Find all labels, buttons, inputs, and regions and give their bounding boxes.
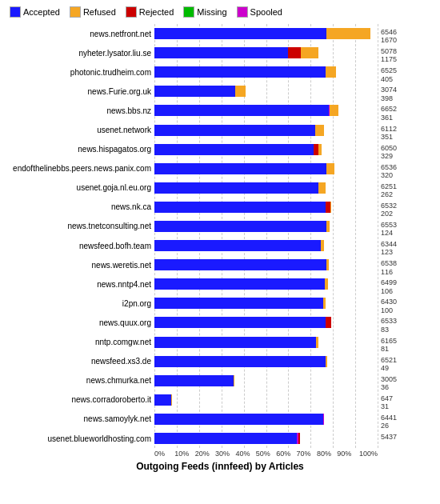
table-row: news.corradoroberto.it64731	[6, 390, 434, 410]
bar-area: 6499106	[154, 278, 378, 290]
table-row: nyheter.lysator.liu.se50781175	[6, 43, 434, 62]
row-label: endofthelinebbs.peers.news.panix.com	[6, 164, 154, 173]
table-row: newsfeed.xs3.de652149	[6, 352, 434, 371]
legend-color-rejected	[126, 6, 137, 18]
bar-segment-accepted	[154, 298, 323, 309]
table-row: news.Furie.org.uk3074398	[6, 82, 434, 101]
bar-area: 6538116	[154, 259, 378, 270]
row-label: news.samoylyk.net	[6, 414, 154, 423]
bar-area: 6344123	[154, 240, 378, 251]
row-label: news.Furie.org.uk	[6, 87, 154, 96]
bar-segment-accepted	[154, 86, 235, 97]
bar-segment-rejected	[326, 202, 330, 213]
legend-label-accepted: Accepted	[23, 7, 60, 17]
legend-label-spooled: Spooled	[250, 7, 282, 17]
bar-value-labels: 3074398	[381, 86, 432, 102]
row-label: news.corradoroberto.it	[6, 395, 154, 404]
bar-area: 6536320	[154, 163, 378, 174]
table-row: nntp.comgw.net616581	[6, 333, 434, 352]
bar-area: 652149	[154, 356, 378, 367]
bar-segment-accepted	[154, 394, 171, 406]
bar-area: 65461670	[154, 28, 378, 39]
bar-area: 300536	[154, 375, 378, 386]
bar-area: 50781175	[154, 47, 378, 58]
bar-value-labels: 6538116	[381, 259, 432, 276]
x-tick: 60%	[276, 450, 296, 458]
bar-segment-refused	[326, 163, 335, 174]
bar-area: 64731	[154, 394, 378, 406]
bar-segment-accepted	[154, 125, 315, 136]
table-row: news.netfront.net65461670	[6, 24, 434, 43]
row-label: usenet.network	[6, 126, 154, 134]
bar-area: 6553124	[154, 221, 378, 232]
bar-value-labels: 5437	[381, 433, 432, 441]
bar-segment-accepted	[154, 47, 288, 58]
bar-value-labels: 50781175	[381, 47, 432, 64]
bar-area: 6532202	[154, 202, 378, 213]
bar-segment-spooled	[297, 433, 298, 444]
legend-label-missing: Missing	[197, 7, 226, 17]
table-row: news.bbs.nz6652361	[6, 101, 434, 120]
bar-value-labels: 6525405	[381, 66, 432, 83]
row-label: news.bbs.nz	[6, 106, 154, 115]
legend-label-refused: Refused	[83, 7, 116, 17]
legend-color-refused	[70, 6, 81, 18]
row-label: i2pn.org	[6, 299, 154, 308]
row-label: newsfeed.xs3.de	[6, 357, 154, 366]
bar-value-labels: 6344123	[381, 240, 432, 257]
x-tick: 70%	[297, 450, 317, 458]
legend-item-spooled: Spooled	[237, 6, 282, 18]
x-tick: 80%	[317, 450, 337, 458]
x-tick: 30%	[215, 450, 235, 458]
bar-segment-refused	[326, 356, 327, 367]
chart-container: AcceptedRefusedRejectedMissingSpooled ne…	[0, 0, 440, 504]
row-label: photonic.trudheim.com	[6, 68, 154, 77]
table-row: usenet.goja.nl.eu.org6251262	[6, 178, 434, 198]
bar-segment-accepted	[154, 259, 326, 270]
bar-segment-refused	[326, 28, 370, 39]
table-row: usenet.blueworldhosting.com5437	[6, 429, 434, 448]
bar-value-labels: 65461670	[381, 28, 432, 45]
bar-segment-accepted	[154, 28, 326, 39]
bar-value-labels: 652149	[381, 356, 432, 373]
bar-segment-refused	[321, 240, 324, 251]
legend-color-accepted	[10, 6, 21, 18]
x-tick: 90%	[337, 450, 357, 458]
row-label: news.tnetconsulting.net	[6, 222, 154, 230]
table-row: usenet.network6112351	[6, 120, 434, 139]
bar-segment-accepted	[154, 240, 321, 251]
table-row: news.quux.org653383	[6, 313, 434, 332]
bar-value-labels: 6499106	[381, 278, 432, 295]
row-label: news.hispagatos.org	[6, 145, 154, 154]
bar-segment-accepted	[154, 144, 314, 155]
row-label: news.quux.org	[6, 318, 154, 327]
bar-segment-refused	[315, 125, 325, 136]
bar-segment-accepted	[154, 221, 326, 232]
bar-segment-accepted	[154, 105, 329, 116]
row-label: usenet.blueworldhosting.com	[6, 434, 154, 443]
bar-segment-refused	[318, 182, 326, 194]
table-row: news.tnetconsulting.net6553124	[6, 217, 434, 236]
bar-segment-rejected	[314, 144, 319, 155]
bar-segment-refused	[235, 86, 246, 97]
bar-segment-refused	[323, 298, 326, 309]
row-label: news.weretis.net	[6, 261, 154, 270]
bar-value-labels: 6553124	[381, 221, 432, 238]
bar-segment-refused	[329, 105, 338, 116]
bar-segment-accepted	[154, 433, 297, 444]
table-row: news.nntp4.net6499106	[6, 274, 434, 294]
legend-color-missing	[183, 6, 194, 18]
bar-area: 3074398	[154, 86, 378, 97]
table-row: photonic.trudheim.com6525405	[6, 62, 434, 82]
bar-segment-accepted	[154, 66, 326, 78]
bar-segment-accepted	[154, 278, 325, 290]
bar-area: 6251262	[154, 182, 378, 194]
bar-area: 6430100	[154, 298, 378, 309]
row-label: news.netfront.net	[6, 30, 154, 38]
bar-value-labels: 6430100	[381, 298, 432, 314]
bar-value-labels: 6536320	[381, 163, 432, 180]
x-tick: 10%	[174, 450, 194, 458]
bar-area: 644126	[154, 414, 378, 425]
bar-value-labels: 6112351	[381, 125, 432, 142]
row-label: news.nk.ca	[6, 202, 154, 211]
